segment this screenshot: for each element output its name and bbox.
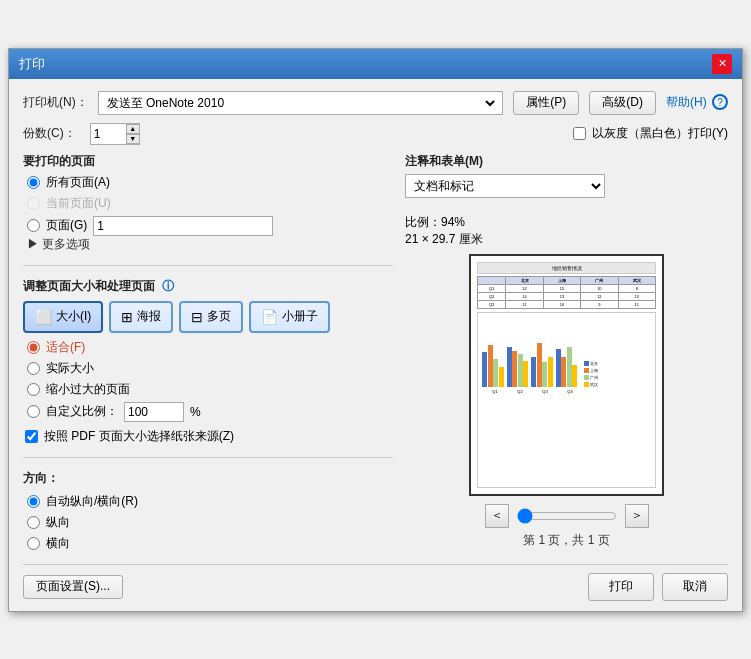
current-page-item: 当前页面(U) — [27, 195, 393, 212]
pdf-source-label[interactable]: 按照 PDF 页面大小选择纸张来源(Z) — [44, 428, 234, 445]
pages-section: 要打印的页面 所有页面(A) 当前页面(U) 页面(G) — [23, 153, 393, 253]
shrink-oversized-radio[interactable] — [27, 383, 40, 396]
printer-label: 打印机(N)： — [23, 94, 88, 111]
all-pages-radio[interactable] — [27, 176, 40, 189]
page-setup-button[interactable]: 页面设置(S)... — [23, 575, 123, 599]
preview-nav: ＜ ＞ — [485, 504, 649, 528]
printer-select-wrapper[interactable]: 发送至 OneNote 2010 — [98, 91, 504, 115]
spin-down[interactable]: ▼ — [126, 134, 140, 144]
grayscale-row: 以灰度（黑白色）打印(Y) — [573, 125, 728, 142]
shrink-oversized-item: 缩小过大的页面 — [27, 381, 393, 398]
pdf-checkbox-row: 按照 PDF 页面大小选择纸张来源(Z) — [23, 428, 393, 445]
fit-item: 适合(F) — [27, 339, 393, 356]
annotation-title: 注释和表单(M) — [405, 153, 728, 170]
mini-chart: 地区销售情况 北京 上海 广州 武汉 — [475, 260, 658, 490]
multi-page-icon: ⊟ — [191, 309, 203, 325]
all-pages-item: 所有页面(A) — [27, 174, 393, 191]
custom-scale-radio[interactable] — [27, 405, 40, 418]
page-slider[interactable] — [517, 508, 617, 524]
scale-size: 21 × 29.7 厘米 — [405, 231, 728, 248]
pages-label[interactable]: 页面(G) — [46, 217, 87, 234]
annotation-section: 注释和表单(M) 文档和标记 — [405, 153, 728, 198]
scale-ratio: 比例：94% — [405, 214, 728, 231]
prev-page-button[interactable]: ＜ — [485, 504, 509, 528]
actual-size-label[interactable]: 实际大小 — [46, 360, 94, 377]
scale-options: 适合(F) 实际大小 缩小过大的页面 自定义比例： — [23, 339, 393, 422]
portrait-radio[interactable] — [27, 516, 40, 529]
grayscale-checkbox[interactable] — [573, 127, 586, 140]
percent-symbol: % — [190, 405, 201, 419]
preview-box: 地区销售情况 北京 上海 广州 武汉 — [469, 254, 664, 496]
pages-radio[interactable] — [27, 219, 40, 232]
pages-item: 页面(G) — [27, 216, 393, 236]
auto-orientation-radio[interactable] — [27, 495, 40, 508]
current-page-label[interactable]: 当前页面(U) — [46, 195, 111, 212]
page-size-title: 调整页面大小和处理页面 ⓘ — [23, 278, 393, 295]
multi-page-button[interactable]: ⊟ 多页 — [179, 301, 243, 333]
grayscale-label[interactable]: 以灰度（黑白色）打印(Y) — [592, 125, 728, 142]
mini-table: 北京 上海 广州 武汉 Q11215108 Q2 — [477, 276, 656, 309]
size-large-button[interactable]: ⬜ 大小(I) — [23, 301, 103, 333]
main-content: 要打印的页面 所有页面(A) 当前页面(U) 页面(G) — [23, 153, 728, 552]
copies-spinner[interactable]: ▲ ▼ — [126, 124, 140, 144]
pages-input[interactable] — [93, 216, 273, 236]
pdf-source-checkbox[interactable] — [25, 430, 38, 443]
next-page-button[interactable]: ＞ — [625, 504, 649, 528]
poster-button[interactable]: ⊞ 海报 — [109, 301, 173, 333]
left-panel: 要打印的页面 所有页面(A) 当前页面(U) 页面(G) — [23, 153, 393, 552]
advanced-button[interactable]: 高级(D) — [589, 91, 656, 115]
landscape-label[interactable]: 横向 — [46, 535, 70, 552]
actual-size-item: 实际大小 — [27, 360, 393, 377]
copies-label: 份数(C)： — [23, 125, 76, 142]
portrait-item: 纵向 — [27, 514, 393, 531]
spin-up[interactable]: ▲ — [126, 124, 140, 134]
close-button[interactable]: ✕ — [712, 54, 732, 74]
bottom-bar: 页面设置(S)... 打印 取消 — [23, 564, 728, 601]
page-size-section: 调整页面大小和处理页面 ⓘ ⬜ 大小(I) ⊞ 海报 ⊟ — [23, 278, 393, 445]
help-link[interactable]: 帮助(H) ? — [666, 94, 728, 111]
copies-input-wrapper[interactable]: ▲ ▼ — [90, 123, 140, 145]
size-large-icon: ⬜ — [35, 309, 52, 325]
custom-scale-label[interactable]: 自定义比例： — [46, 403, 118, 420]
orientation-radio-group: 自动纵向/横向(R) 纵向 横向 — [23, 493, 393, 552]
cancel-button[interactable]: 取消 — [662, 573, 728, 601]
auto-orientation-label[interactable]: 自动纵向/横向(R) — [46, 493, 138, 510]
landscape-item: 横向 — [27, 535, 393, 552]
properties-button[interactable]: 属性(P) — [513, 91, 579, 115]
printer-row: 打印机(N)： 发送至 OneNote 2010 属性(P) 高级(D) 帮助(… — [23, 91, 728, 115]
auto-orientation-item: 自动纵向/横向(R) — [27, 493, 393, 510]
custom-scale-row: 自定义比例： % — [27, 402, 393, 422]
orientation-section: 方向： 自动纵向/横向(R) 纵向 横向 — [23, 470, 393, 552]
copies-field[interactable] — [91, 127, 126, 141]
all-pages-label[interactable]: 所有页面(A) — [46, 174, 110, 191]
bottom-right: 打印 取消 — [588, 573, 728, 601]
current-page-radio[interactable] — [27, 197, 40, 210]
preview-area: 地区销售情况 北京 上海 广州 武汉 — [405, 254, 728, 552]
right-panel: 注释和表单(M) 文档和标记 比例：94% 21 × 29.7 厘米 — [405, 153, 728, 552]
page-info: 第 1 页，共 1 页 — [523, 532, 610, 549]
size-buttons: ⬜ 大小(I) ⊞ 海报 ⊟ 多页 📄 小册子 — [23, 301, 393, 333]
more-options[interactable]: ▶ 更多选项 — [23, 236, 393, 253]
printer-dropdown[interactable]: 发送至 OneNote 2010 — [103, 95, 499, 111]
dialog-body: 打印机(N)： 发送至 OneNote 2010 属性(P) 高级(D) 帮助(… — [9, 79, 742, 611]
annotation-select[interactable]: 文档和标记 — [405, 174, 605, 198]
question-icon: ? — [712, 94, 728, 110]
scale-info: 比例：94% 21 × 29.7 厘米 — [405, 214, 728, 248]
fit-radio[interactable] — [27, 341, 40, 354]
preview-content: 地区销售情况 北京 上海 广州 武汉 — [475, 260, 658, 490]
actual-size-radio[interactable] — [27, 362, 40, 375]
booklet-icon: 📄 — [261, 309, 278, 325]
poster-icon: ⊞ — [121, 309, 133, 325]
booklet-button[interactable]: 📄 小册子 — [249, 301, 330, 333]
dialog-title: 打印 — [19, 55, 45, 73]
fit-label[interactable]: 适合(F) — [46, 339, 85, 356]
portrait-label[interactable]: 纵向 — [46, 514, 70, 531]
print-button[interactable]: 打印 — [588, 573, 654, 601]
title-bar: 打印 ✕ — [9, 49, 742, 79]
landscape-radio[interactable] — [27, 537, 40, 550]
pages-radio-group: 所有页面(A) 当前页面(U) 页面(G) — [23, 174, 393, 236]
print-dialog: 打印 ✕ 打印机(N)： 发送至 OneNote 2010 属性(P) 高级(D… — [8, 48, 743, 612]
pages-section-title: 要打印的页面 — [23, 153, 393, 170]
shrink-oversized-label[interactable]: 缩小过大的页面 — [46, 381, 130, 398]
custom-scale-input[interactable] — [124, 402, 184, 422]
